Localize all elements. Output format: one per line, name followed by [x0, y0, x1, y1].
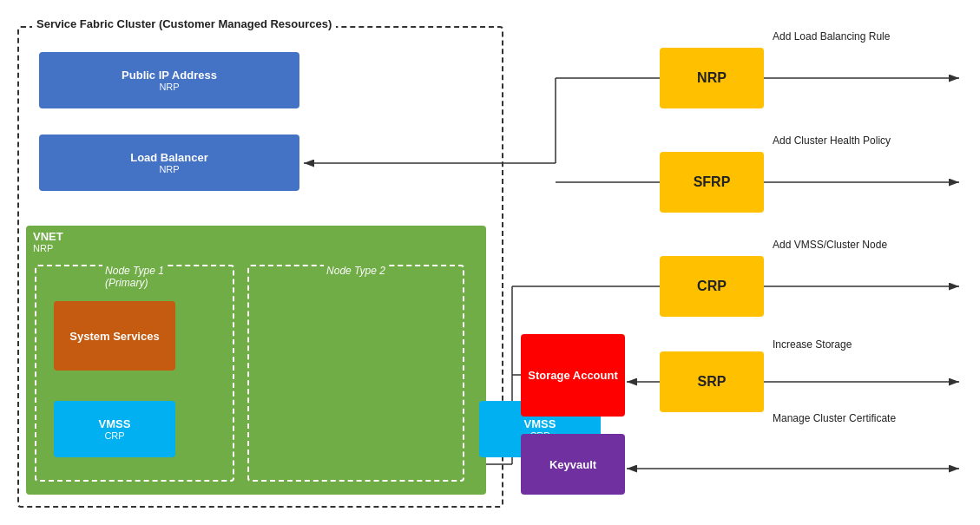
public-ip-box: Public IP Address NRP [39, 52, 299, 108]
public-ip-sub: NRP [159, 82, 179, 92]
vmss-1-label: VMSS [99, 417, 131, 430]
load-balancer-label: Load Balancer [130, 151, 208, 164]
load-balancer-box: Load Balancer NRP [39, 135, 299, 191]
storage-account-label: Storage Account [528, 369, 618, 382]
system-services-box: System Services [54, 301, 175, 371]
nrp-box: NRP [660, 48, 764, 108]
vmss-2-label: VMSS [524, 417, 556, 430]
vmss-1-sub: CRP [104, 430, 124, 441]
vnet-box: VNET NRP Node Type 1 (Primary) System Se… [26, 226, 486, 495]
node-type-1-label: Node Type 1 (Primary) [102, 265, 167, 289]
node-type-2-box: Node Type 2 VMSS CRP [247, 265, 464, 482]
manage-cert-label: Manage Cluster Certificate [773, 412, 896, 424]
node-type-1-box: Node Type 1 (Primary) System Services VM… [35, 265, 234, 482]
vmss-box-1: VMSS CRP [54, 401, 175, 457]
system-services-label: System Services [69, 330, 159, 343]
nrp-label: NRP [697, 70, 727, 86]
outer-box-title: Service Fabric Cluster (Customer Managed… [32, 17, 336, 30]
vnet-label: VNET [33, 230, 63, 243]
add-lb-rule-label: Add Load Balancing Rule [773, 30, 890, 43]
storage-account-box: Storage Account [521, 334, 625, 417]
load-balancer-sub: NRP [159, 164, 179, 174]
add-cluster-health-label: Add Cluster Health Policy [773, 135, 891, 147]
vnet-sub: NRP [33, 243, 53, 253]
node-type-2-label: Node Type 2 [324, 265, 388, 277]
crp-box: CRP [660, 256, 764, 317]
keyvault-box: Keyvault [521, 434, 625, 495]
keyvault-label: Keyvault [549, 458, 596, 471]
sfrp-label: SFRP [694, 174, 731, 190]
sfrp-box: SFRP [660, 152, 764, 213]
crp-label: CRP [697, 279, 727, 294]
srp-box: SRP [660, 351, 764, 412]
public-ip-label: Public IP Address [122, 69, 217, 82]
srp-label: SRP [698, 374, 727, 390]
increase-storage-label: Increase Storage [773, 338, 852, 351]
add-vmss-label: Add VMSS/Cluster Node [773, 239, 887, 251]
